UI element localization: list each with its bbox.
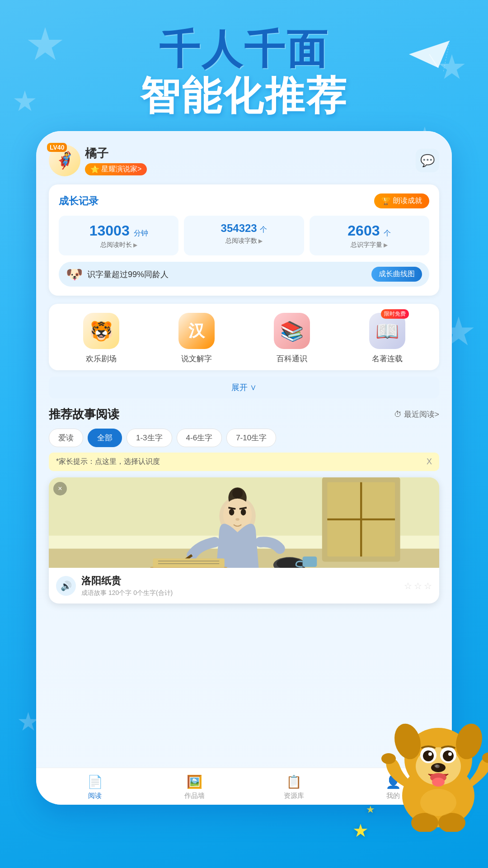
level-badge: LV40 <box>47 143 67 152</box>
resources-nav-label: 资源库 <box>284 792 304 800</box>
bg-decoration-star-6 <box>18 712 38 732</box>
literacy-label: 总识字字量 ▶ <box>314 241 425 249</box>
nav-reading[interactable]: 📄 阅读 <box>45 774 145 800</box>
stories-section-header: 推荐故事阅读 ⏱ 最近阅读> <box>49 406 439 422</box>
yellow-star-2: ★ <box>366 804 375 816</box>
recent-reading-link[interactable]: ⏱ 最近阅读> <box>394 409 439 420</box>
reading-nav-label: 阅读 <box>88 792 102 800</box>
portfolio-nav-icon: 🖼️ <box>187 774 202 789</box>
hero-section: 千人千面 智能化推荐 <box>0 27 488 120</box>
filter-aidu[interactable]: 爱读 <box>49 429 83 447</box>
svg-rect-34 <box>303 557 317 567</box>
stat-reading-chars[interactable]: 354323 个 总阅读字数 ▶ <box>184 216 304 255</box>
story-meta: 成语故事 120个字 0个生字(合计) <box>81 589 399 597</box>
literacy-number: 2603 个 <box>314 222 425 239</box>
svg-point-43 <box>443 750 454 761</box>
stat-reading-time[interactable]: 13003 分钟 总阅读时长 ▶ <box>59 216 178 255</box>
parent-tip-bar[interactable]: *家长提示：点这里，选择认识度 X <box>49 453 439 471</box>
hero-title-line2: 智能化推荐 <box>0 72 488 120</box>
svg-point-22 <box>241 509 246 515</box>
star-1: ☆ <box>404 580 412 591</box>
stat-literacy[interactable]: 2603 个 总识字字量 ▶ <box>310 216 429 255</box>
story-info: 🔊 洛阳纸贵 成语故事 120个字 0个生字(合计) ☆ ☆ ☆ <box>49 568 439 604</box>
svg-point-21 <box>229 509 235 515</box>
user-rank-badge[interactable]: ⭐ 星耀演说家> <box>85 163 147 175</box>
user-header: 🦸 LV40 橘子 ⭐ 星耀演说家> 💬 <box>49 145 439 176</box>
story-stars: ☆ ☆ ☆ <box>404 580 432 591</box>
svg-point-51 <box>381 753 396 764</box>
feature-encyclopedia[interactable]: 📚 百科通识 <box>244 313 339 364</box>
stories-section-title: 推荐故事阅读 <box>49 406 119 422</box>
parent-tip-text: *家长提示：点这里，选择认识度 <box>56 457 160 467</box>
reading-time-label: 总阅读时长 ▶ <box>63 241 174 249</box>
dog-mascot <box>380 696 488 832</box>
feature-shuowen[interactable]: 汉 说文解字 <box>149 313 244 364</box>
filter-tabs: 爱读 全部 1-3生字 4-6生字 7-10生字 <box>49 429 439 447</box>
svg-point-49 <box>432 778 445 787</box>
avatar-wrapper: 🦸 LV40 <box>49 145 80 176</box>
yellow-star-3: ★ <box>352 820 375 841</box>
happy-theater-icon: 🐯 <box>83 313 119 349</box>
curve-button[interactable]: 成长曲线图 <box>371 267 422 282</box>
encyclopedia-icon: 📚 <box>274 313 310 349</box>
svg-point-25 <box>235 518 239 521</box>
shuowen-label: 说文解字 <box>181 354 212 364</box>
expand-button[interactable]: 展开 ∨ <box>49 377 439 398</box>
svg-point-42 <box>423 750 434 761</box>
literacy-left: 🐶 识字量超过99%同龄人 <box>66 266 169 282</box>
tip-close-button[interactable]: X <box>427 457 432 467</box>
story-image: × <box>49 477 439 568</box>
shuowen-icon: 汉 <box>178 313 215 349</box>
dog-icon: 🐶 <box>66 266 83 282</box>
filter-7-10[interactable]: 7-10生字 <box>226 429 276 447</box>
feature-happy-theater[interactable]: 🐯 欢乐剧场 <box>53 313 149 364</box>
resources-nav-icon: 📋 <box>286 774 302 789</box>
svg-point-50 <box>434 764 438 767</box>
stats-row: 13003 分钟 总阅读时长 ▶ 354323 个 总阅读字数 <box>59 216 429 255</box>
username: 橘子 <box>85 146 147 161</box>
story-text: 洛阳纸贵 成语故事 120个字 0个生字(合计) <box>81 574 399 597</box>
chat-button[interactable]: 💬 <box>416 149 439 172</box>
encyclopedia-label: 百科通识 <box>277 354 307 364</box>
story-card[interactable]: × <box>49 477 439 604</box>
star-2: ☆ <box>414 580 422 591</box>
reading-chars-number: 354323 个 <box>188 222 299 235</box>
reading-time-number: 13003 分钟 <box>63 222 174 239</box>
literacy-text: 识字量超过99%同龄人 <box>87 269 169 280</box>
story-audio-button[interactable]: 🔊 <box>56 576 76 596</box>
literacy-bar: 🐶 识字量超过99%同龄人 成长曲线图 <box>59 262 429 287</box>
happy-theater-label: 欢乐剧场 <box>86 354 117 364</box>
hero-title-line1: 千人千面 <box>0 27 488 72</box>
reading-chars-label: 总阅读字数 ▶ <box>188 237 299 245</box>
feature-classics[interactable]: 📖 限时免费 名著连载 <box>339 313 435 364</box>
story-title: 洛阳纸贵 <box>81 574 399 588</box>
filter-1-3[interactable]: 1-3生字 <box>127 429 172 447</box>
filter-all[interactable]: 全部 <box>88 429 122 447</box>
features-row: 🐯 欢乐剧场 汉 说文解字 📚 百科通识 📖 限时免费 名著连载 <box>49 304 439 370</box>
svg-point-45 <box>448 752 452 756</box>
filter-4-6[interactable]: 4-6生字 <box>177 429 222 447</box>
portfolio-nav-label: 作品墙 <box>184 792 205 800</box>
svg-rect-29 <box>153 559 224 568</box>
svg-point-54 <box>438 813 465 832</box>
reading-nav-icon: 📄 <box>87 774 103 789</box>
svg-point-44 <box>428 752 432 756</box>
growth-title: 成长记录 <box>59 194 99 208</box>
classics-label: 名著连载 <box>372 354 403 364</box>
svg-point-53 <box>411 813 438 832</box>
svg-point-55 <box>420 789 456 816</box>
svg-point-19 <box>232 488 243 499</box>
growth-header: 成长记录 🏆 朗读成就 <box>59 193 429 208</box>
user-left: 🦸 LV40 橘子 ⭐ 星耀演说家> <box>49 145 147 176</box>
user-info: 橘子 ⭐ 星耀演说家> <box>85 146 147 175</box>
reading-achievement-badge[interactable]: 🏆 朗读成就 <box>374 193 429 208</box>
classics-icon: 📖 限时免费 <box>369 313 405 349</box>
nav-portfolio[interactable]: 🖼️ 作品墙 <box>145 774 244 800</box>
nav-resources[interactable]: 📋 资源库 <box>244 774 343 800</box>
star-3: ☆ <box>424 580 432 591</box>
growth-card: 成长记录 🏆 朗读成就 13003 分钟 总阅读时长 ▶ <box>49 184 439 296</box>
free-badge: 限时免费 <box>381 309 409 319</box>
